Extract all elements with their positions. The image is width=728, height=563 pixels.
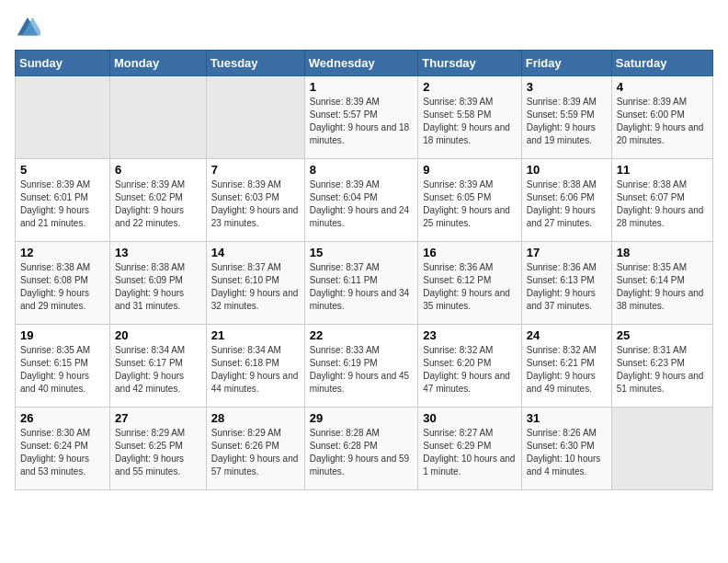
calendar-header-sunday: Sunday — [16, 51, 110, 76]
day-info: Sunrise: 8:39 AM Sunset: 6:03 PM Dayligh… — [211, 178, 300, 230]
calendar-header-row: SundayMondayTuesdayWednesdayThursdayFrid… — [16, 51, 713, 76]
calendar-week-row: 1Sunrise: 8:39 AM Sunset: 5:57 PM Daylig… — [16, 76, 713, 159]
calendar-week-row: 26Sunrise: 8:30 AM Sunset: 6:24 PM Dayli… — [16, 408, 713, 490]
day-info: Sunrise: 8:38 AM Sunset: 6:06 PM Dayligh… — [527, 178, 607, 230]
calendar-cell: 25Sunrise: 8:31 AM Sunset: 6:23 PM Dayli… — [611, 325, 712, 408]
calendar-cell: 28Sunrise: 8:29 AM Sunset: 6:26 PM Dayli… — [206, 408, 304, 490]
calendar-cell: 17Sunrise: 8:36 AM Sunset: 6:13 PM Dayli… — [521, 242, 611, 325]
day-number: 21 — [211, 328, 300, 342]
calendar-cell — [611, 408, 712, 490]
day-info: Sunrise: 8:39 AM Sunset: 6:01 PM Dayligh… — [20, 178, 105, 230]
day-info: Sunrise: 8:39 AM Sunset: 6:04 PM Dayligh… — [310, 178, 414, 230]
day-number: 18 — [617, 246, 708, 259]
calendar-cell: 9Sunrise: 8:39 AM Sunset: 6:05 PM Daylig… — [418, 159, 521, 242]
calendar-header-tuesday: Tuesday — [206, 51, 304, 76]
calendar-cell: 8Sunrise: 8:39 AM Sunset: 6:04 PM Daylig… — [304, 159, 418, 242]
calendar-header-thursday: Thursday — [418, 51, 521, 76]
day-info: Sunrise: 8:36 AM Sunset: 6:12 PM Dayligh… — [423, 261, 516, 313]
calendar-cell: 2Sunrise: 8:39 AM Sunset: 5:58 PM Daylig… — [418, 76, 521, 159]
logo-icon — [15, 15, 40, 40]
calendar-week-row: 12Sunrise: 8:38 AM Sunset: 6:08 PM Dayli… — [16, 242, 713, 325]
calendar-cell: 19Sunrise: 8:35 AM Sunset: 6:15 PM Dayli… — [16, 325, 110, 408]
day-number: 14 — [211, 246, 300, 259]
day-info: Sunrise: 8:35 AM Sunset: 6:15 PM Dayligh… — [20, 344, 105, 396]
day-number: 7 — [211, 163, 300, 177]
calendar-cell: 21Sunrise: 8:34 AM Sunset: 6:18 PM Dayli… — [206, 325, 304, 408]
day-number: 22 — [310, 328, 414, 342]
day-info: Sunrise: 8:31 AM Sunset: 6:23 PM Dayligh… — [617, 344, 708, 396]
day-info: Sunrise: 8:38 AM Sunset: 6:07 PM Dayligh… — [617, 178, 708, 230]
calendar-cell — [206, 76, 304, 159]
day-number: 23 — [423, 328, 516, 342]
calendar-cell: 16Sunrise: 8:36 AM Sunset: 6:12 PM Dayli… — [418, 242, 521, 325]
day-info: Sunrise: 8:39 AM Sunset: 5:57 PM Dayligh… — [310, 96, 414, 147]
day-number: 31 — [527, 411, 607, 425]
calendar-cell: 30Sunrise: 8:27 AM Sunset: 6:29 PM Dayli… — [418, 408, 521, 490]
day-number: 29 — [310, 411, 414, 425]
day-number: 11 — [617, 163, 708, 177]
calendar-cell: 18Sunrise: 8:35 AM Sunset: 6:14 PM Dayli… — [611, 242, 712, 325]
calendar-cell: 11Sunrise: 8:38 AM Sunset: 6:07 PM Dayli… — [611, 159, 712, 242]
calendar-header-wednesday: Wednesday — [304, 51, 418, 76]
calendar-table: SundayMondayTuesdayWednesdayThursdayFrid… — [15, 50, 713, 490]
calendar-cell: 22Sunrise: 8:33 AM Sunset: 6:19 PM Dayli… — [304, 325, 418, 408]
day-info: Sunrise: 8:33 AM Sunset: 6:19 PM Dayligh… — [310, 344, 414, 396]
day-number: 12 — [20, 246, 105, 259]
calendar-cell: 6Sunrise: 8:39 AM Sunset: 6:02 PM Daylig… — [110, 159, 207, 242]
calendar-cell — [16, 76, 110, 159]
day-info: Sunrise: 8:30 AM Sunset: 6:24 PM Dayligh… — [20, 427, 105, 478]
calendar-cell: 5Sunrise: 8:39 AM Sunset: 6:01 PM Daylig… — [16, 159, 110, 242]
day-number: 26 — [20, 411, 105, 425]
calendar-cell: 7Sunrise: 8:39 AM Sunset: 6:03 PM Daylig… — [206, 159, 304, 242]
day-number: 17 — [527, 246, 607, 259]
calendar-cell — [110, 76, 207, 159]
day-info: Sunrise: 8:39 AM Sunset: 6:00 PM Dayligh… — [617, 96, 708, 147]
day-number: 19 — [20, 328, 105, 342]
day-number: 20 — [115, 328, 201, 342]
calendar-cell: 14Sunrise: 8:37 AM Sunset: 6:10 PM Dayli… — [206, 242, 304, 325]
header — [15, 15, 713, 40]
calendar-cell: 10Sunrise: 8:38 AM Sunset: 6:06 PM Dayli… — [521, 159, 611, 242]
day-info: Sunrise: 8:26 AM Sunset: 6:30 PM Dayligh… — [527, 427, 607, 478]
day-number: 3 — [527, 80, 607, 94]
day-info: Sunrise: 8:37 AM Sunset: 6:10 PM Dayligh… — [211, 261, 300, 313]
calendar-cell: 29Sunrise: 8:28 AM Sunset: 6:28 PM Dayli… — [304, 408, 418, 490]
calendar-cell: 4Sunrise: 8:39 AM Sunset: 6:00 PM Daylig… — [611, 76, 712, 159]
day-number: 6 — [115, 163, 201, 177]
day-number: 16 — [423, 246, 516, 259]
day-number: 24 — [527, 328, 607, 342]
day-number: 9 — [423, 163, 516, 177]
day-info: Sunrise: 8:39 AM Sunset: 5:59 PM Dayligh… — [527, 96, 607, 147]
day-number: 30 — [423, 411, 516, 425]
day-info: Sunrise: 8:29 AM Sunset: 6:26 PM Dayligh… — [211, 427, 300, 478]
calendar-cell: 20Sunrise: 8:34 AM Sunset: 6:17 PM Dayli… — [110, 325, 207, 408]
calendar-cell: 27Sunrise: 8:29 AM Sunset: 6:25 PM Dayli… — [110, 408, 207, 490]
calendar-week-row: 5Sunrise: 8:39 AM Sunset: 6:01 PM Daylig… — [16, 159, 713, 242]
day-info: Sunrise: 8:39 AM Sunset: 6:05 PM Dayligh… — [423, 178, 516, 230]
day-number: 10 — [527, 163, 607, 177]
day-info: Sunrise: 8:38 AM Sunset: 6:09 PM Dayligh… — [115, 261, 201, 313]
day-number: 1 — [310, 80, 414, 94]
calendar-cell: 31Sunrise: 8:26 AM Sunset: 6:30 PM Dayli… — [521, 408, 611, 490]
day-info: Sunrise: 8:36 AM Sunset: 6:13 PM Dayligh… — [527, 261, 607, 313]
day-number: 25 — [617, 328, 708, 342]
day-info: Sunrise: 8:27 AM Sunset: 6:29 PM Dayligh… — [423, 427, 516, 478]
day-info: Sunrise: 8:38 AM Sunset: 6:08 PM Dayligh… — [20, 261, 105, 313]
calendar-header-saturday: Saturday — [611, 51, 712, 76]
day-number: 5 — [20, 163, 105, 177]
calendar-week-row: 19Sunrise: 8:35 AM Sunset: 6:15 PM Dayli… — [16, 325, 713, 408]
calendar-header-monday: Monday — [110, 51, 207, 76]
calendar-cell: 24Sunrise: 8:32 AM Sunset: 6:21 PM Dayli… — [521, 325, 611, 408]
calendar-cell: 23Sunrise: 8:32 AM Sunset: 6:20 PM Dayli… — [418, 325, 521, 408]
day-info: Sunrise: 8:32 AM Sunset: 6:21 PM Dayligh… — [527, 344, 607, 396]
calendar-cell: 12Sunrise: 8:38 AM Sunset: 6:08 PM Dayli… — [16, 242, 110, 325]
logo — [15, 15, 44, 40]
calendar-cell: 26Sunrise: 8:30 AM Sunset: 6:24 PM Dayli… — [16, 408, 110, 490]
calendar-cell: 3Sunrise: 8:39 AM Sunset: 5:59 PM Daylig… — [521, 76, 611, 159]
day-info: Sunrise: 8:32 AM Sunset: 6:20 PM Dayligh… — [423, 344, 516, 396]
day-number: 28 — [211, 411, 300, 425]
calendar-header-friday: Friday — [521, 51, 611, 76]
day-info: Sunrise: 8:39 AM Sunset: 6:02 PM Dayligh… — [115, 178, 201, 230]
day-number: 8 — [310, 163, 414, 177]
calendar-cell: 13Sunrise: 8:38 AM Sunset: 6:09 PM Dayli… — [110, 242, 207, 325]
